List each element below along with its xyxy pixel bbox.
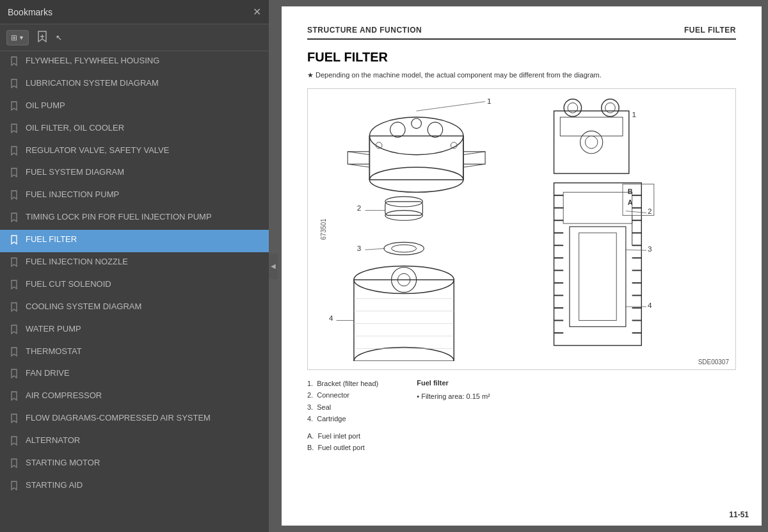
close-button[interactable]: ✕ — [253, 7, 261, 17]
bookmark-item-fan-drive[interactable]: FAN DRIVE — [0, 364, 269, 386]
bookmark-item-water-pump[interactable]: WATER PUMP — [0, 319, 269, 342]
bookmark-item-air-compressor[interactable]: AIR COMPRESSOR — [0, 386, 269, 408]
svg-line-85 — [626, 250, 646, 250]
bookmarks-list: FLYWHEEL, FLYWHEEL HOUSINGLUBRICATION SY… — [0, 51, 269, 532]
bookmark-item-oil-filter[interactable]: OIL FILTER, OIL COOLER — [0, 118, 269, 141]
svg-rect-42 — [560, 117, 623, 136]
svg-point-43 — [564, 99, 581, 117]
diagram-area: 673501 SDE00307 — [307, 88, 736, 370]
bookmarks-title: Bookmarks — [8, 7, 52, 17]
bookmark-label-starting-aid: STARTING AID — [26, 480, 261, 491]
bookmark-item-oil-pump[interactable]: OIL PUMP — [0, 96, 269, 118]
note-text: ★ Depending on the machine model, the ac… — [307, 71, 736, 79]
bookmark-label-lubrication: LUBRICATION SYSTEM DIAGRAM — [26, 78, 261, 89]
svg-point-25 — [384, 242, 424, 255]
bookmark-add-button[interactable] — [34, 28, 51, 48]
fuel-filter-spec-heading: Fuel filter — [417, 379, 490, 387]
bookmark-label-flywheel: FLYWHEEL, FLYWHEEL HOUSING — [26, 56, 261, 67]
grid-icon: ⊞ — [11, 33, 17, 42]
bookmark-item-fuel-system[interactable]: FUEL SYSTEM DIAGRAM — [0, 163, 269, 185]
svg-text:B: B — [628, 188, 633, 195]
bookmark-icon-fuel-injection-pump — [10, 190, 20, 203]
bookmark-icon-fuel-filter — [10, 235, 20, 248]
svg-text:1: 1 — [632, 110, 637, 118]
bookmark-item-regulator[interactable]: REGULATOR VALVE, SAFETY VALVE — [0, 141, 269, 163]
svg-point-5 — [390, 122, 405, 137]
bookmark-icon-fuel-system — [10, 168, 20, 181]
part-item-3: 3. Seal — [307, 403, 378, 412]
bookmark-icon-cooling — [10, 302, 20, 315]
main-title: FUEL FILTER — [307, 50, 736, 65]
bookmarks-header: Bookmarks ✕ — [0, 0, 269, 24]
part-item-b: B. Fuel outlet port — [307, 443, 378, 453]
svg-point-31 — [354, 348, 454, 361]
bookmarks-panel: Bookmarks ✕ ⊞ ▼ ↖ FLYWHEEL, FLYWHEEL HOU… — [0, 0, 269, 532]
bookmark-label-flow-diagrams: FLOW DIAGRAMS-COMPRESSED AIR SYSTEM — [26, 413, 261, 424]
parts-list: 1. Bracket (filter head) 2. Connector 3.… — [307, 379, 736, 453]
collapse-arrow-icon: ◀ — [271, 262, 276, 270]
bookmark-icon-fuel-cut — [10, 280, 20, 293]
bookmark-item-thermostat[interactable]: THERMOSTAT — [0, 342, 269, 364]
bookmark-icon-air-compressor — [10, 391, 20, 404]
parts-column-right: Fuel filter • Filtering area: 0.15 m² — [417, 379, 490, 453]
chapter-title: FUEL FILTER — [684, 26, 736, 35]
part-item-2: 2. Connector — [307, 391, 378, 400]
bookmark-label-fuel-injection-pump: FUEL INJECTION PUMP — [26, 189, 261, 200]
bookmark-icon-water-pump — [10, 325, 20, 337]
svg-text:3: 3 — [357, 244, 362, 252]
svg-text:4: 4 — [329, 314, 333, 322]
bookmark-icon-alternator — [10, 436, 20, 449]
svg-line-17 — [463, 164, 485, 167]
page-inner: STRUCTURE AND FUNCTION FUEL FILTER FUEL … — [282, 6, 762, 526]
bookmark-label-fuel-system: FUEL SYSTEM DIAGRAM — [26, 167, 261, 178]
bookmark-item-fuel-injection-pump[interactable]: FUEL INJECTION PUMP — [0, 185, 269, 207]
part-item-4: 4. Cartridge — [307, 414, 378, 424]
bookmark-icon-starting-motor — [10, 458, 20, 471]
bookmark-label-fuel-filter: FUEL FILTER — [26, 234, 261, 245]
bookmark-label-fuel-cut: FUEL CUT SOLENOID — [26, 279, 261, 290]
bookmark-item-timing-lock[interactable]: TIMING LOCK PIN FOR FUEL INJECTION PUMP — [0, 207, 269, 230]
bookmark-label-thermostat: THERMOSTAT — [26, 346, 261, 357]
svg-line-14 — [348, 164, 369, 167]
svg-text:2: 2 — [648, 207, 652, 215]
bookmark-label-oil-pump: OIL PUMP — [26, 101, 261, 111]
part-item-a: A. Fuel inlet port — [307, 431, 378, 441]
svg-rect-50 — [554, 183, 642, 346]
bookmark-item-alternator[interactable]: ALTERNATOR — [0, 431, 269, 453]
bookmark-icon — [36, 30, 48, 43]
svg-point-45 — [602, 99, 619, 117]
bookmark-item-starting-aid[interactable]: STARTING AID — [0, 476, 269, 498]
bookmark-item-flow-diagrams[interactable]: FLOW DIAGRAMS-COMPRESSED AIR SYSTEM — [0, 408, 269, 431]
page-content: STRUCTURE AND FUNCTION FUEL FILTER FUEL … — [282, 6, 762, 526]
bookmark-item-fuel-filter[interactable]: FUEL FILTER — [0, 230, 269, 252]
bookmark-icon-thermostat — [10, 347, 20, 360]
grid-view-button[interactable]: ⊞ ▼ — [6, 30, 29, 45]
svg-line-13 — [348, 152, 369, 155]
section-title: STRUCTURE AND FUNCTION — [307, 26, 422, 35]
bookmark-label-cooling: COOLING SYSTEM DIAGRAM — [26, 302, 261, 312]
bookmark-icon-regulator — [10, 146, 20, 159]
svg-point-47 — [580, 131, 603, 154]
bookmark-item-fuel-cut[interactable]: FUEL CUT SOLENOID — [0, 275, 269, 297]
bookmark-label-fuel-injection-nozzle: FUEL INJECTION NOZZLE — [26, 257, 261, 268]
svg-text:1: 1 — [487, 97, 492, 105]
parts-column-left: 1. Bracket (filter head) 2. Connector 3.… — [307, 379, 378, 453]
collapse-panel-button[interactable]: ◀ — [269, 254, 278, 279]
bookmark-icon-oil-filter — [10, 124, 20, 136]
svg-rect-57 — [579, 233, 617, 321]
spec-item: • Filtering area: 0.15 m² — [417, 391, 490, 403]
svg-point-26 — [392, 245, 417, 252]
bookmark-item-cooling[interactable]: COOLING SYSTEM DIAGRAM — [0, 297, 269, 319]
bookmark-label-air-compressor: AIR COMPRESSOR — [26, 391, 261, 401]
svg-rect-41 — [554, 111, 629, 173]
bookmark-item-lubrication[interactable]: LUBRICATION SYSTEM DIAGRAM — [0, 74, 269, 96]
svg-line-16 — [463, 152, 485, 155]
svg-text:2: 2 — [357, 204, 362, 212]
bookmark-item-fuel-injection-nozzle[interactable]: FUEL INJECTION NOZZLE — [0, 252, 269, 275]
bookmark-icon-fan-drive — [10, 369, 20, 382]
bookmark-icon-flywheel — [10, 56, 20, 69]
bookmark-item-starting-motor[interactable]: STARTING MOTOR — [0, 453, 269, 476]
part-item-1: 1. Bracket (filter head) — [307, 379, 378, 389]
bookmark-icon-lubrication — [10, 79, 20, 92]
bookmark-item-flywheel[interactable]: FLYWHEEL, FLYWHEEL HOUSING — [0, 51, 269, 74]
